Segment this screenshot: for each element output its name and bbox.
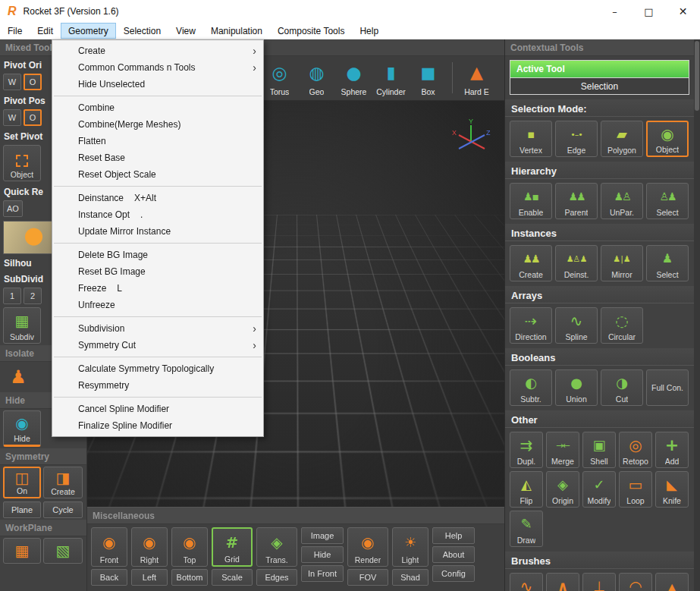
- menu-item-combine-merge-meshes[interactable]: Combine(Merge Meshes): [52, 116, 263, 133]
- union-button[interactable]: Union: [555, 369, 598, 406]
- shad-button[interactable]: Shad: [392, 569, 428, 586]
- render-button[interactable]: Render: [347, 527, 388, 567]
- subtract-button[interactable]: Subtr.: [510, 369, 552, 406]
- menu-item-common-commands[interactable]: Common Commands n Tools: [52, 59, 263, 76]
- hide-display-button[interactable]: Hide: [301, 546, 344, 563]
- menu-item-finalize-spline-modifier[interactable]: Finalize Spline Modifier: [52, 417, 263, 434]
- pivot-pos-world-button[interactable]: W: [3, 109, 21, 126]
- draw-button[interactable]: Draw: [510, 511, 543, 547]
- symmetry-plane-button[interactable]: Plane: [3, 501, 41, 518]
- full-connect-button[interactable]: Full Con.: [646, 369, 689, 406]
- minimize-button[interactable]: –: [598, 0, 632, 23]
- geo-button[interactable]: Geo: [299, 58, 334, 98]
- menu-item-unfreeze[interactable]: Unfreeze: [52, 297, 263, 313]
- fov-button[interactable]: FOV: [347, 569, 388, 586]
- set-pivot-object-button[interactable]: Object: [3, 145, 41, 181]
- menu-item-reset-bg-image[interactable]: Reset BG Image: [52, 263, 263, 280]
- menubar-view[interactable]: View: [168, 23, 203, 39]
- direction-array-button[interactable]: Direction: [510, 307, 552, 344]
- menu-item-freeze[interactable]: Freeze L: [52, 280, 263, 297]
- duplicate-button[interactable]: Dupl.: [510, 432, 543, 468]
- menu-item-reset-base[interactable]: Reset Base: [52, 149, 263, 166]
- menu-item-symmetry-cut[interactable]: Symmetry Cut: [52, 337, 263, 354]
- modify-button[interactable]: Modify: [582, 471, 616, 508]
- symmetry-create-button[interactable]: Create: [43, 467, 83, 498]
- polygon-mode-button[interactable]: Polygon: [601, 121, 643, 157]
- hide-button[interactable]: Hide: [3, 410, 41, 447]
- menu-item-update-mirror-instance[interactable]: Update Mirror Instance: [52, 223, 263, 240]
- menu-item-deinstance[interactable]: Deinstance X+Alt: [52, 190, 263, 206]
- menubar-selection[interactable]: Selection: [116, 23, 168, 39]
- ao-button[interactable]: AO: [3, 200, 23, 217]
- create-instance-button[interactable]: Create: [510, 245, 552, 281]
- mirror-instance-button[interactable]: Mirror: [601, 245, 643, 281]
- maximize-button[interactable]: □: [632, 0, 666, 23]
- subdivide-2-button[interactable]: 2: [24, 288, 42, 304]
- menu-item-resymmetry[interactable]: Resymmetry: [52, 377, 263, 394]
- unparent-button[interactable]: UnPar.: [601, 183, 643, 219]
- pivot-ori-world-button[interactable]: W: [3, 74, 21, 90]
- select-instances-button[interactable]: Select: [646, 245, 689, 281]
- bottom-view-button[interactable]: Bottom: [171, 569, 208, 586]
- menu-item-create[interactable]: Create: [52, 42, 263, 59]
- menubar-composite-tools[interactable]: Composite Tools: [270, 23, 353, 39]
- grid-toggle-button[interactable]: Grid: [212, 527, 253, 567]
- right-panel-scrollbar[interactable]: [694, 39, 700, 591]
- workplane-reset-button[interactable]: [43, 538, 83, 564]
- pull-brush-button[interactable]: Pull: [546, 573, 579, 591]
- menu-item-flatten[interactable]: Flatten: [52, 133, 263, 149]
- left-view-button[interactable]: Left: [131, 569, 168, 586]
- spline-array-button[interactable]: Spline: [555, 307, 598, 344]
- vertex-mode-button[interactable]: Vertex: [510, 121, 552, 157]
- shell-button[interactable]: Shell: [582, 432, 616, 468]
- hard-edge-button[interactable]: Hard E: [459, 58, 494, 98]
- hierarchy-select-button[interactable]: Select: [646, 183, 689, 219]
- workplane-set-button[interactable]: [3, 538, 41, 564]
- axis-gizmo[interactable]: Y X Z: [450, 118, 492, 160]
- torus-button[interactable]: Torus: [262, 58, 297, 98]
- back-view-button[interactable]: Back: [91, 569, 127, 586]
- menubar-help[interactable]: Help: [352, 23, 386, 39]
- merge-button[interactable]: Merge: [546, 432, 579, 468]
- scale-button[interactable]: Scale: [212, 569, 253, 586]
- pivot-ori-object-button[interactable]: O: [24, 74, 42, 90]
- add-button[interactable]: Add: [655, 432, 689, 468]
- retopo-button[interactable]: Retopo: [619, 432, 652, 468]
- image-button[interactable]: Image: [301, 527, 344, 544]
- scrollbar-thumb[interactable]: [695, 41, 699, 111]
- close-button[interactable]: ✕: [666, 0, 700, 23]
- symmetry-on-button[interactable]: On: [3, 467, 41, 498]
- deinstance-button[interactable]: Deinst.: [555, 245, 598, 281]
- trans-button[interactable]: Trans.: [256, 527, 297, 567]
- menubar-file[interactable]: File: [0, 23, 30, 39]
- sphere-button[interactable]: Sphere: [336, 58, 372, 98]
- cylinder-button[interactable]: Cylinder: [373, 58, 409, 98]
- hierarchy-enable-button[interactable]: Enable: [510, 183, 552, 219]
- menu-item-cancel-spline-modifier[interactable]: Cancel Spline Modifier: [52, 401, 263, 417]
- loop-button[interactable]: Loop: [619, 471, 652, 508]
- flatten-brush-button[interactable]: Flatten: [582, 573, 616, 591]
- origin-button[interactable]: Origin: [546, 471, 579, 508]
- knife-button[interactable]: Knife: [655, 471, 689, 508]
- move-brush-button[interactable]: Move: [510, 573, 543, 591]
- menubar-geometry[interactable]: Geometry: [61, 23, 116, 39]
- config-button[interactable]: Config: [432, 565, 475, 582]
- top-view-button[interactable]: Top: [171, 527, 208, 567]
- menu-item-calculate-symmetry-topologically[interactable]: Calculate Symmetry Topologically: [52, 360, 263, 377]
- help-button[interactable]: Help: [432, 527, 475, 544]
- symmetry-cycle-button[interactable]: Cycle: [43, 501, 83, 518]
- right-view-button[interactable]: Right: [131, 527, 168, 567]
- menubar-edit[interactable]: Edit: [30, 23, 61, 39]
- isolate-figure-icon[interactable]: [3, 363, 33, 391]
- object-mode-button[interactable]: Object: [646, 121, 689, 157]
- menu-item-subdivision[interactable]: Subdivision: [52, 320, 263, 337]
- light-button[interactable]: Light: [392, 527, 428, 567]
- parent-button[interactable]: Parent: [555, 183, 598, 219]
- menu-item-delete-bg-image[interactable]: Delete BG Image: [52, 247, 263, 263]
- menu-item-instance-opt[interactable]: Instance Opt .: [52, 206, 263, 223]
- circular-array-button[interactable]: Circular: [601, 307, 643, 344]
- about-button[interactable]: About: [432, 546, 475, 563]
- pivot-pos-object-button[interactable]: O: [24, 109, 42, 126]
- menubar-manipulation[interactable]: Manipulation: [203, 23, 270, 39]
- in-front-button[interactable]: In Front: [301, 565, 344, 582]
